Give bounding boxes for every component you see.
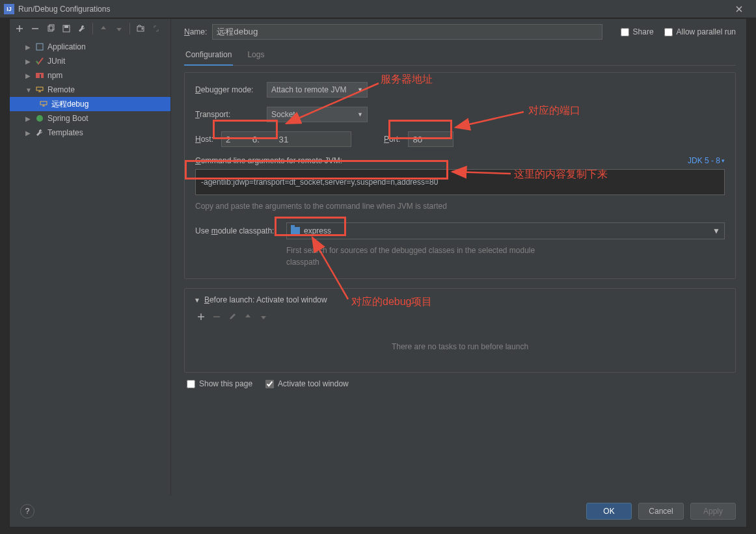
module-hint: First search for sources of the debugged…: [286, 245, 547, 268]
svg-rect-9: [40, 101, 47, 105]
dialog-body: ▶ Application ▶ JUnit ▶ npm ▼ Re: [9, 18, 747, 527]
show-page-checkbox[interactable]: Show this page: [187, 379, 252, 388]
before-launch-empty: There are no tasks to run before launch: [194, 328, 726, 366]
move-up-button[interactable]: [96, 21, 111, 36]
node-label: Templates: [47, 128, 83, 137]
name-input[interactable]: [212, 24, 602, 40]
collapse-arrow-icon: ▼: [25, 87, 32, 94]
debugger-mode-label: Debugger mode:: [195, 85, 267, 94]
module-classpath-combo[interactable]: express ▼: [286, 222, 725, 239]
tree-node-npm[interactable]: ▶ npm: [10, 68, 170, 83]
before-launch-header[interactable]: ▼ Before launch: Activate tool window: [194, 295, 726, 304]
before-launch-toolbar: [194, 310, 726, 324]
activate-tool-checkbox[interactable]: Activate tool window: [265, 379, 349, 388]
name-row: Name: Share Allow parallel run: [184, 24, 736, 40]
before-launch-panel: ▼ Before launch: Activate tool window Th…: [184, 288, 736, 373]
sidebar-toolbar: [10, 19, 170, 38]
host-port-row: Host: Port:: [195, 131, 725, 147]
svg-point-10: [36, 115, 43, 122]
name-label: Name:: [184, 27, 207, 36]
share-checkbox[interactable]: Share: [621, 27, 654, 36]
move-to-folder-button[interactable]: [133, 21, 148, 36]
svg-rect-1: [49, 25, 54, 30]
expand-arrow-icon: ▶: [25, 115, 32, 122]
jdk-version-link[interactable]: JDK 5 - 8▾: [688, 156, 725, 165]
bl-edit-button[interactable]: [225, 310, 239, 324]
copy-button[interactable]: [44, 21, 58, 36]
expand-arrow-icon: ▶: [25, 72, 32, 79]
main-panel: Name: Share Allow parallel run Configura…: [171, 19, 746, 496]
remote-child-icon: [38, 99, 49, 109]
svg-rect-7: [40, 74, 41, 78]
bl-down-button[interactable]: [256, 310, 271, 324]
name-right-options: Share Allow parallel run: [621, 27, 736, 36]
folder-icon: [291, 227, 300, 235]
bottom-checkboxes: Show this page Activate tool window: [187, 379, 736, 388]
node-label: Remote: [47, 85, 75, 94]
remote-icon: [34, 85, 45, 95]
button-bar: ? OK Cancel Apply: [10, 496, 746, 527]
transport-combo[interactable]: Socket ▼: [267, 107, 368, 122]
bl-up-button[interactable]: [241, 310, 255, 324]
node-label: JUnit: [47, 57, 65, 66]
move-down-button[interactable]: [112, 21, 126, 36]
window-title: Run/Debug Configurations: [18, 5, 726, 14]
bl-remove-button[interactable]: [209, 310, 224, 324]
help-button[interactable]: ?: [20, 504, 34, 518]
sidebar: ▶ Application ▶ JUnit ▶ npm ▼ Re: [10, 19, 171, 496]
tab-configuration[interactable]: Configuration: [184, 46, 233, 66]
chevron-down-icon: ▼: [357, 87, 363, 93]
expand-arrow-icon: ▶: [25, 129, 32, 137]
config-tree[interactable]: ▶ Application ▶ JUnit ▶ npm ▼ Re: [10, 38, 170, 496]
collapse-arrow-icon: ▼: [194, 297, 200, 304]
collapse-button[interactable]: [149, 21, 163, 36]
transport-label: Transport:: [195, 110, 267, 119]
cmd-hint: Copy and paste the arguments to the comm…: [195, 202, 725, 211]
separator: [129, 23, 130, 34]
tab-logs[interactable]: Logs: [246, 46, 265, 65]
add-button[interactable]: [12, 21, 27, 36]
cmd-label: Command line arguments for remote JVM:: [195, 156, 342, 165]
spring-boot-icon: [34, 113, 45, 124]
content-split: ▶ Application ▶ JUnit ▶ npm ▼ Re: [10, 19, 746, 496]
tree-node-remote-child[interactable]: 远程debug: [10, 97, 170, 111]
save-button[interactable]: [59, 21, 74, 36]
svg-rect-5: [36, 44, 43, 50]
cmd-arguments-box[interactable]: -agentlib:jdwp=transport=dt_socket,serve…: [195, 169, 725, 195]
debugger-mode-combo[interactable]: Attach to remote JVM ▼: [267, 82, 368, 98]
svg-rect-3: [64, 25, 68, 28]
tree-node-junit[interactable]: ▶ JUnit: [10, 54, 170, 68]
tabs: Configuration Logs: [184, 46, 736, 66]
chevron-down-icon: ▼: [712, 226, 720, 235]
tree-node-application[interactable]: ▶ Application: [10, 40, 170, 54]
close-button[interactable]: [726, 0, 752, 18]
tree-node-spring-boot[interactable]: ▶ Spring Boot: [10, 111, 170, 126]
port-label: Port:: [384, 135, 400, 144]
port-input[interactable]: [408, 131, 453, 147]
node-label: Application: [47, 42, 86, 51]
apply-button[interactable]: Apply: [690, 503, 736, 520]
cmd-label-row: Command line arguments for remote JVM: J…: [195, 156, 725, 165]
before-launch-title: Before launch: Activate tool window: [204, 295, 327, 304]
parallel-label: Allow parallel run: [677, 27, 736, 36]
templates-icon: [34, 127, 45, 138]
bl-add-button[interactable]: [194, 310, 208, 324]
host-label: Host:: [195, 135, 213, 144]
npm-icon: [34, 70, 45, 81]
parallel-checkbox[interactable]: Allow parallel run: [664, 27, 736, 36]
tree-node-templates[interactable]: ▶ Templates: [10, 126, 170, 140]
ok-button[interactable]: OK: [586, 503, 632, 520]
module-value: express: [304, 226, 331, 235]
node-label: 远程debug: [51, 99, 88, 110]
tree-node-remote[interactable]: ▼ Remote: [10, 83, 170, 97]
expand-arrow-icon: ▶: [25, 44, 32, 51]
module-label: Use module classpath:: [195, 226, 286, 235]
cancel-button[interactable]: Cancel: [638, 503, 684, 520]
remove-button[interactable]: [28, 21, 42, 36]
configuration-panel: Debugger mode: Attach to remote JVM ▼ Tr…: [184, 72, 736, 279]
combo-value: Socket: [271, 110, 295, 119]
chevron-down-icon: ▾: [722, 157, 725, 164]
chevron-down-icon: ▼: [357, 111, 363, 118]
wrench-button[interactable]: [75, 21, 89, 36]
host-input[interactable]: [221, 131, 351, 147]
